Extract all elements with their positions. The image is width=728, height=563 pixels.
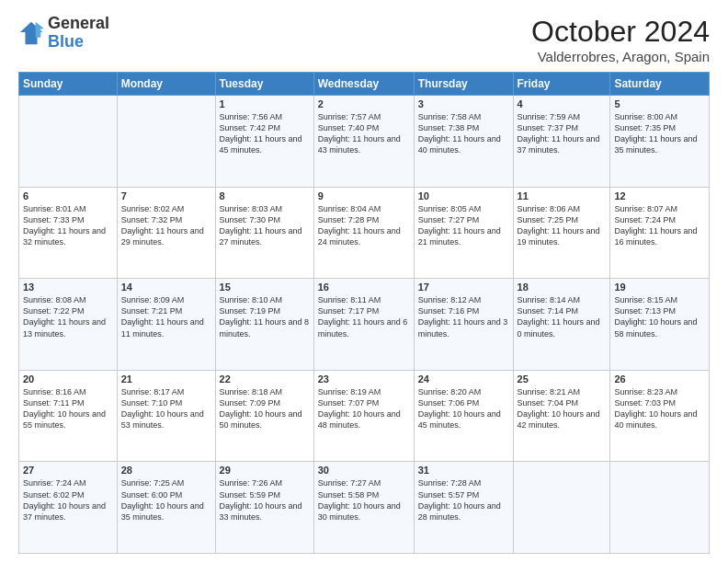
day-cell xyxy=(513,462,610,554)
day-number: 7 xyxy=(121,190,211,201)
cell-content: Sunrise: 8:20 AMSunset: 7:06 PMDaylight:… xyxy=(418,386,509,431)
day-cell: 29Sunrise: 7:26 AMSunset: 5:59 PMDayligh… xyxy=(215,462,313,554)
day-number: 19 xyxy=(614,282,705,293)
day-cell: 10Sunrise: 8:05 AMSunset: 7:27 PMDayligh… xyxy=(414,187,513,279)
logo-text: General Blue xyxy=(48,15,109,52)
cell-content: Sunrise: 8:03 AMSunset: 7:30 PMDaylight:… xyxy=(220,203,310,248)
cell-content: Sunrise: 8:15 AMSunset: 7:13 PMDaylight:… xyxy=(614,294,705,339)
day-cell: 12Sunrise: 8:07 AMSunset: 7:24 PMDayligh… xyxy=(610,187,710,279)
cell-content: Sunrise: 8:04 AMSunset: 7:28 PMDaylight:… xyxy=(318,203,410,248)
day-cell: 17Sunrise: 8:12 AMSunset: 7:16 PMDayligh… xyxy=(414,279,513,371)
svg-marker-1 xyxy=(36,22,44,38)
location: Valderrobres, Aragon, Spain xyxy=(531,49,710,64)
cell-content: Sunrise: 8:09 AMSunset: 7:21 PMDaylight:… xyxy=(121,294,211,339)
cell-content: Sunrise: 8:07 AMSunset: 7:24 PMDaylight:… xyxy=(614,203,705,248)
day-cell xyxy=(610,462,710,554)
title-block: October 2024 Valderrobres, Aragon, Spain xyxy=(531,15,710,64)
cell-content: Sunrise: 8:16 AMSunset: 7:11 PMDaylight:… xyxy=(23,386,113,431)
day-number: 4 xyxy=(518,98,607,109)
day-cell: 25Sunrise: 8:21 AMSunset: 7:04 PMDayligh… xyxy=(513,370,610,462)
day-number: 1 xyxy=(220,98,310,109)
header-tuesday: Tuesday xyxy=(215,73,313,96)
day-cell: 16Sunrise: 8:11 AMSunset: 7:17 PMDayligh… xyxy=(313,279,414,371)
cell-content: Sunrise: 8:08 AMSunset: 7:22 PMDaylight:… xyxy=(23,294,113,339)
day-cell xyxy=(19,96,118,188)
day-cell: 21Sunrise: 8:17 AMSunset: 7:10 PMDayligh… xyxy=(117,370,215,462)
day-number: 31 xyxy=(418,465,509,476)
week-row-2: 13Sunrise: 8:08 AMSunset: 7:22 PMDayligh… xyxy=(19,279,710,371)
cell-content: Sunrise: 7:27 AMSunset: 5:58 PMDaylight:… xyxy=(318,477,410,523)
day-cell: 3Sunrise: 7:58 AMSunset: 7:38 PMDaylight… xyxy=(414,96,513,188)
day-number: 22 xyxy=(220,373,310,385)
day-number: 30 xyxy=(318,465,410,476)
cell-content: Sunrise: 7:56 AMSunset: 7:42 PMDaylight:… xyxy=(220,111,310,156)
cell-content: Sunrise: 8:23 AMSunset: 7:03 PMDaylight:… xyxy=(614,386,705,431)
day-cell: 14Sunrise: 8:09 AMSunset: 7:21 PMDayligh… xyxy=(117,279,215,371)
day-number: 17 xyxy=(418,282,509,293)
day-number: 21 xyxy=(121,373,211,385)
cell-content: Sunrise: 7:28 AMSunset: 5:57 PMDaylight:… xyxy=(418,477,509,523)
day-cell: 6Sunrise: 8:01 AMSunset: 7:33 PMDaylight… xyxy=(19,187,118,279)
logo-general: General xyxy=(48,15,109,33)
day-number: 23 xyxy=(318,373,410,385)
cell-content: Sunrise: 7:24 AMSunset: 6:02 PMDaylight:… xyxy=(23,477,113,523)
week-row-3: 20Sunrise: 8:16 AMSunset: 7:11 PMDayligh… xyxy=(19,370,710,462)
day-number: 18 xyxy=(518,282,607,293)
day-cell: 15Sunrise: 8:10 AMSunset: 7:19 PMDayligh… xyxy=(215,279,313,371)
day-cell: 23Sunrise: 8:19 AMSunset: 7:07 PMDayligh… xyxy=(313,370,414,462)
day-cell: 26Sunrise: 8:23 AMSunset: 7:03 PMDayligh… xyxy=(610,370,710,462)
day-number: 27 xyxy=(23,465,113,476)
day-cell: 18Sunrise: 8:14 AMSunset: 7:14 PMDayligh… xyxy=(513,279,610,371)
month-title: October 2024 xyxy=(531,15,710,49)
header-sunday: Sunday xyxy=(19,73,118,96)
cell-content: Sunrise: 8:10 AMSunset: 7:19 PMDaylight:… xyxy=(220,294,310,339)
calendar-table: SundayMondayTuesdayWednesdayThursdayFrid… xyxy=(18,72,710,554)
header-monday: Monday xyxy=(117,73,215,96)
day-cell: 4Sunrise: 7:59 AMSunset: 7:37 PMDaylight… xyxy=(513,96,610,188)
day-cell: 5Sunrise: 8:00 AMSunset: 7:35 PMDaylight… xyxy=(610,96,710,188)
day-number: 6 xyxy=(23,190,113,201)
cell-content: Sunrise: 8:14 AMSunset: 7:14 PMDaylight:… xyxy=(518,294,607,339)
week-row-0: 1Sunrise: 7:56 AMSunset: 7:42 PMDaylight… xyxy=(19,96,710,188)
day-cell: 1Sunrise: 7:56 AMSunset: 7:42 PMDaylight… xyxy=(215,96,313,188)
day-number: 20 xyxy=(23,373,113,385)
week-row-4: 27Sunrise: 7:24 AMSunset: 6:02 PMDayligh… xyxy=(19,462,710,554)
cell-content: Sunrise: 8:02 AMSunset: 7:32 PMDaylight:… xyxy=(121,203,211,248)
header-wednesday: Wednesday xyxy=(313,73,414,96)
day-cell: 30Sunrise: 7:27 AMSunset: 5:58 PMDayligh… xyxy=(313,462,414,554)
logo: General Blue xyxy=(18,15,109,52)
day-number: 26 xyxy=(614,373,705,385)
cell-content: Sunrise: 7:26 AMSunset: 5:59 PMDaylight:… xyxy=(220,477,310,523)
day-number: 25 xyxy=(518,373,607,385)
day-cell: 28Sunrise: 7:25 AMSunset: 6:00 PMDayligh… xyxy=(117,462,215,554)
day-number: 10 xyxy=(418,190,509,201)
logo-icon xyxy=(18,20,44,46)
day-cell: 27Sunrise: 7:24 AMSunset: 6:02 PMDayligh… xyxy=(19,462,118,554)
cell-content: Sunrise: 8:19 AMSunset: 7:07 PMDaylight:… xyxy=(318,386,410,431)
day-cell: 20Sunrise: 8:16 AMSunset: 7:11 PMDayligh… xyxy=(19,370,118,462)
day-number: 24 xyxy=(418,373,509,385)
header-friday: Friday xyxy=(513,73,610,96)
cell-content: Sunrise: 8:06 AMSunset: 7:25 PMDaylight:… xyxy=(518,203,607,248)
day-number: 9 xyxy=(318,190,410,201)
day-cell: 7Sunrise: 8:02 AMSunset: 7:32 PMDaylight… xyxy=(117,187,215,279)
day-number: 29 xyxy=(220,465,310,476)
day-cell: 2Sunrise: 7:57 AMSunset: 7:40 PMDaylight… xyxy=(313,96,414,188)
day-cell: 24Sunrise: 8:20 AMSunset: 7:06 PMDayligh… xyxy=(414,370,513,462)
day-number: 12 xyxy=(614,190,705,201)
day-number: 15 xyxy=(220,282,310,293)
cell-content: Sunrise: 7:25 AMSunset: 6:00 PMDaylight:… xyxy=(121,477,211,523)
day-cell: 19Sunrise: 8:15 AMSunset: 7:13 PMDayligh… xyxy=(610,279,710,371)
header: General Blue October 2024 Valderrobres, … xyxy=(18,15,710,64)
header-row: SundayMondayTuesdayWednesdayThursdayFrid… xyxy=(19,73,710,96)
cell-content: Sunrise: 8:11 AMSunset: 7:17 PMDaylight:… xyxy=(318,294,410,339)
cell-content: Sunrise: 8:17 AMSunset: 7:10 PMDaylight:… xyxy=(121,386,211,431)
day-cell: 31Sunrise: 7:28 AMSunset: 5:57 PMDayligh… xyxy=(414,462,513,554)
day-cell xyxy=(117,96,215,188)
cell-content: Sunrise: 8:12 AMSunset: 7:16 PMDaylight:… xyxy=(418,294,509,339)
day-number: 14 xyxy=(121,282,211,293)
cell-content: Sunrise: 8:01 AMSunset: 7:33 PMDaylight:… xyxy=(23,203,113,248)
day-cell: 22Sunrise: 8:18 AMSunset: 7:09 PMDayligh… xyxy=(215,370,313,462)
day-number: 28 xyxy=(121,465,211,476)
day-number: 3 xyxy=(418,98,509,109)
